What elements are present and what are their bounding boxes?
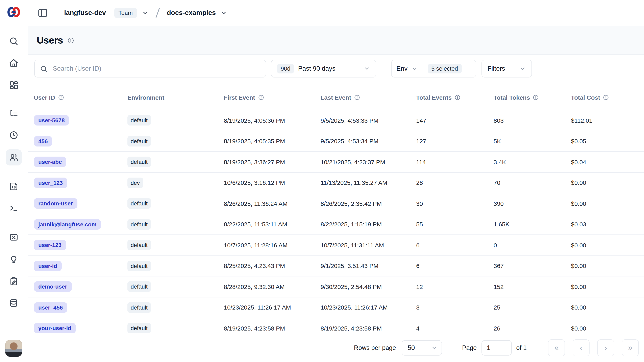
- env-filter-button[interactable]: Env 5 selected: [391, 60, 476, 78]
- user-id-badge[interactable]: user-123: [34, 240, 66, 250]
- percent-card-icon: [9, 232, 18, 242]
- table-row[interactable]: random-user default 8/26/2025, 11:36:24 …: [28, 193, 644, 214]
- total-cost-cell: $0.05: [571, 138, 644, 145]
- list-tree-icon: [9, 109, 18, 119]
- info-icon[interactable]: [258, 94, 264, 101]
- table-row[interactable]: jannik@langfuse.com default 8/22/2025, 1…: [28, 214, 644, 235]
- table-row[interactable]: 456 default 8/19/2025, 4:05:35 PM 9/5/20…: [28, 131, 644, 152]
- project-name[interactable]: docs-examples: [167, 9, 216, 17]
- langfuse-logo-icon: [6, 4, 22, 20]
- table-row[interactable]: user-id default 8/25/2025, 4:23:43 PM 9/…: [28, 256, 644, 276]
- user-id-badge[interactable]: demo-user: [34, 281, 72, 292]
- next-page-button[interactable]: ›: [597, 339, 614, 356]
- app-window: langfuse-dev Team docs-examples Users 90…: [0, 0, 644, 362]
- sidebar-item-prompts[interactable]: [6, 178, 22, 195]
- rows-per-page-label: Rows per page: [354, 344, 396, 351]
- info-icon[interactable]: [454, 94, 460, 101]
- chevron-down-icon: [431, 344, 438, 351]
- user-id-badge[interactable]: user-id: [34, 261, 62, 271]
- info-icon[interactable]: [603, 94, 609, 101]
- user-id-badge[interactable]: 456: [34, 136, 52, 147]
- info-icon[interactable]: [58, 94, 64, 101]
- first-page-button[interactable]: «: [548, 339, 565, 356]
- sidebar-item-search[interactable]: [6, 33, 22, 49]
- page-label: Page: [462, 344, 477, 351]
- sidebar-item-users[interactable]: [6, 149, 22, 165]
- user-id-badge[interactable]: user-abc: [34, 157, 66, 167]
- chevron-down-icon: [364, 65, 370, 72]
- info-icon[interactable]: [354, 94, 360, 101]
- table-row[interactable]: user_456 default 10/23/2025, 11:26:17 AM…: [28, 297, 644, 318]
- user-avatar[interactable]: [5, 340, 22, 357]
- table-row[interactable]: user-123 default 10/7/2025, 11:28:16 AM …: [28, 235, 644, 256]
- sidebar-item-scores[interactable]: [6, 229, 22, 245]
- date-range-button[interactable]: 90d Past 90 days: [271, 60, 376, 78]
- table-row[interactable]: user-abc default 8/19/2025, 3:36:27 PM 1…: [28, 152, 644, 173]
- home-icon: [9, 58, 18, 68]
- page-header: Users: [28, 26, 644, 55]
- total-cost-cell: $112.01: [571, 117, 644, 124]
- user-id-badge[interactable]: user-5678: [34, 115, 69, 126]
- sidebar-item-sessions[interactable]: [6, 127, 22, 143]
- total-events-cell: 3: [416, 304, 494, 311]
- sidebar-item-tracing[interactable]: [6, 106, 22, 122]
- column-label: Total Events: [416, 94, 452, 101]
- sidebar-item-datasets[interactable]: [6, 295, 22, 311]
- last-event-cell: 9/5/2025, 4:53:34 PM: [320, 138, 416, 145]
- total-events-cell: 30: [416, 200, 494, 207]
- sidebar-toggle-icon[interactable]: [38, 8, 48, 18]
- sidebar-item-annotation[interactable]: [6, 273, 22, 289]
- search-input[interactable]: [52, 65, 260, 73]
- search-box[interactable]: [34, 60, 266, 78]
- rows-per-page-select[interactable]: 50: [402, 340, 442, 355]
- table-row[interactable]: user_123 dev 10/6/2025, 3:16:12 PM 11/13…: [28, 173, 644, 193]
- chevron-left-icon: ‹: [580, 343, 582, 352]
- total-cost-cell: $0.03: [571, 221, 644, 228]
- org-chevron-down-icon[interactable]: [142, 10, 148, 16]
- info-icon[interactable]: [67, 37, 74, 44]
- total-events-cell: 127: [416, 138, 494, 145]
- lightbulb-icon: [9, 255, 18, 264]
- total-events-cell: 4: [416, 325, 494, 332]
- column-label: Environment: [128, 94, 164, 101]
- environment-badge: default: [128, 240, 151, 250]
- sidebar-item-evaluators[interactable]: [6, 251, 22, 268]
- total-cost-cell: $0.00: [571, 325, 644, 332]
- total-cost-cell: $0.00: [571, 283, 644, 290]
- info-icon[interactable]: [533, 94, 539, 101]
- total-cost-cell: $0.00: [571, 179, 644, 186]
- project-chevron-down-icon[interactable]: [220, 10, 227, 16]
- table-row[interactable]: demo-user default 8/28/2025, 9:32:30 AM …: [28, 276, 644, 297]
- previous-page-button[interactable]: ‹: [572, 339, 590, 356]
- user-id-badge[interactable]: random-user: [34, 198, 77, 209]
- date-range-shortcut-badge: 90d: [277, 64, 294, 74]
- column-label: Total Tokens: [494, 94, 530, 101]
- last-event-cell: 8/26/2025, 2:35:42 PM: [320, 200, 416, 207]
- user-id-badge[interactable]: user_456: [34, 302, 67, 313]
- user-id-badge[interactable]: jannik@langfuse.com: [34, 219, 101, 230]
- total-events-cell: 55: [416, 221, 494, 228]
- table-row[interactable]: user-5678 default 8/19/2025, 4:05:36 PM …: [28, 110, 644, 131]
- page-number-input[interactable]: [482, 340, 512, 355]
- clock-icon: [9, 130, 18, 140]
- sidebar-item-dashboards[interactable]: [6, 77, 22, 93]
- sidebar-item-playground[interactable]: [6, 200, 22, 216]
- total-events-cell: 6: [416, 242, 494, 249]
- environment-badge: default: [128, 302, 151, 313]
- sidebar-item-home[interactable]: [6, 55, 22, 71]
- first-event-cell: 8/26/2025, 11:36:24 AM: [224, 200, 320, 207]
- user-id-badge[interactable]: user_123: [34, 178, 67, 188]
- divider: [422, 63, 423, 74]
- column-header-environment: Environment: [128, 94, 224, 101]
- top-bar: langfuse-dev Team docs-examples: [28, 0, 644, 26]
- total-tokens-cell: 26: [494, 325, 571, 332]
- column-header-total-tokens: Total Tokens: [494, 94, 571, 101]
- org-name[interactable]: langfuse-dev: [64, 9, 106, 17]
- last-page-button[interactable]: »: [622, 339, 639, 356]
- total-tokens-cell: 5K: [494, 138, 571, 145]
- breadcrumb-separator: [156, 8, 160, 18]
- filters-button[interactable]: Filters: [482, 60, 532, 78]
- total-events-cell: 114: [416, 159, 494, 165]
- column-header-last-event: Last Event: [320, 94, 416, 101]
- user-id-badge[interactable]: your-user-id: [34, 323, 76, 333]
